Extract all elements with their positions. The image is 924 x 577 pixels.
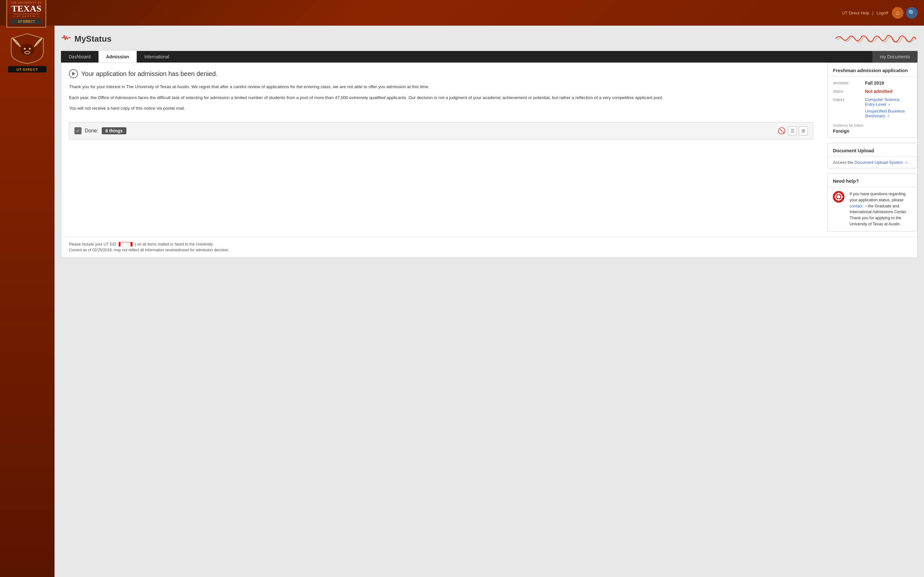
denial-section: Your application for admission has been …	[61, 63, 821, 122]
done-left: ✓ Done: 6 things	[74, 127, 126, 134]
need-help-body: If you have questions regarding your app…	[828, 187, 917, 231]
major1-link[interactable]: Computer Science, Entry-Level ↗	[865, 97, 912, 107]
help-text-before: If you have questions regarding your app…	[850, 192, 905, 202]
majors-label: majors	[833, 97, 865, 102]
lifesaver-svg	[834, 192, 843, 201]
document-upload-body: Access the Document Upload System ↗ .	[828, 157, 917, 168]
contact-external-link-icon: ↗	[864, 205, 867, 208]
ut-direct-help-link[interactable]: UT Direct Help	[842, 11, 869, 15]
scribble-svg	[834, 32, 918, 45]
sidebar: UT·DIRECT	[0, 26, 55, 577]
majors-row: majors Computer Science, Entry-Level ↗ U…	[833, 97, 912, 120]
no-icon[interactable]: 🚫	[777, 126, 786, 135]
status-row: status Not admitted	[833, 89, 912, 94]
mystatus-header: MyStatus	[61, 32, 918, 46]
bottom-info: Please include your UT EID ████ ) on all…	[61, 237, 917, 258]
document-upload-title: Document Upload	[828, 143, 917, 157]
done-action-icons: 🚫 ☰ ⊞	[777, 126, 808, 135]
need-help-title: Need help?	[828, 174, 917, 187]
doc-external-link-icon: ↗	[905, 161, 907, 164]
nav-separator: |	[872, 11, 873, 15]
tabs-bar: Dashboard Admission International my Doc…	[61, 51, 918, 63]
ut-logo-box: THE UNIVERSITY OF TEXAS — AT AUSTIN — UT…	[6, 0, 46, 27]
status-label: status	[833, 89, 865, 93]
svg-point-1	[24, 48, 26, 50]
main-wrapper: UT·DIRECT MyStatus	[0, 26, 924, 577]
main-panel: Your application for admission has been …	[61, 63, 918, 258]
done-check-icon: ✓	[74, 127, 81, 134]
semester-value: Fall 2019	[865, 81, 884, 85]
sidebar-logo: UT·DIRECT	[6, 29, 48, 76]
grid-view-icon[interactable]: ⊞	[799, 126, 808, 135]
done-section: ✓ Done: 6 things 🚫 ☰ ⊞	[69, 122, 813, 139]
done-badge: 6 things	[102, 127, 127, 134]
content-area: MyStatus Dashboard Admission Internation…	[55, 26, 924, 577]
status-value: Not admitted	[865, 89, 893, 94]
external-link-icon: ↗	[888, 103, 890, 106]
done-label: Done:	[85, 128, 99, 134]
semester-label: semester	[833, 81, 865, 85]
header: THE UNIVERSITY OF TEXAS — AT AUSTIN — UT…	[0, 0, 924, 26]
help-text-content: If you have questions regarding your app…	[850, 191, 912, 227]
utdirect-badge: UT·DIRECT	[11, 19, 42, 24]
freshman-card: Freshman admission application semester …	[827, 63, 917, 138]
eid-suffix: ) on all items mailed or faxed to the Un…	[135, 242, 213, 247]
logoff-link[interactable]: Logoff	[877, 11, 888, 15]
eid-redacted: ████	[119, 242, 132, 247]
pulse-svg	[61, 33, 71, 43]
utdirect-sidebar-label: UT·DIRECT	[16, 68, 38, 71]
residency-row: residency for tuition Foreign	[833, 123, 912, 134]
header-icons: ⌂ 🔍	[892, 7, 918, 19]
texas-text: TEXAS	[11, 4, 42, 13]
majors-values: Computer Science, Entry-Level ↗ Unspecif…	[865, 97, 912, 120]
tab-international[interactable]: International	[137, 51, 177, 63]
svg-point-5	[837, 195, 841, 199]
need-help-content: If you have questions regarding your app…	[833, 191, 912, 227]
two-column-layout: Your application for admission has been …	[61, 63, 917, 237]
current-as-of: Current as of 02/25/2019; may not reflec…	[69, 248, 909, 252]
header-right: UT Direct Help | Logoff ⌂ 🔍	[842, 7, 918, 19]
residency-value: Foreign	[833, 129, 912, 134]
freshman-card-title: Freshman admission application	[828, 63, 917, 77]
tab-my-documents[interactable]: my Documents	[872, 51, 918, 63]
logo-divider	[13, 14, 39, 14]
scribble-doodle	[834, 32, 918, 46]
residency-label: residency for tuition	[833, 123, 912, 127]
contact-link[interactable]: contact ↗	[850, 204, 868, 208]
denial-paragraph-3: You will not receive a hard copy of this…	[69, 105, 813, 112]
right-column: Freshman admission application semester …	[821, 63, 917, 237]
document-upload-period: .	[908, 160, 909, 165]
document-upload-card: Document Upload Access the Document Uplo…	[827, 143, 917, 168]
longhorn-svg-icon	[8, 32, 47, 64]
denial-paragraph-2: Each year, the Office of Admissions face…	[69, 94, 813, 101]
denial-paragraph-1: Thank you for your interest in The Unive…	[69, 83, 813, 90]
home-icon: ⌂	[896, 10, 900, 16]
search-icon: 🔍	[908, 9, 915, 16]
search-icon-button[interactable]: 🔍	[906, 7, 918, 19]
denial-title-text: Your application for admission has been …	[81, 70, 218, 77]
mystatus-pulse-icon	[61, 33, 71, 45]
semester-row: semester Fall 2019	[833, 81, 912, 85]
document-upload-text: Access the	[833, 160, 853, 165]
document-upload-system-link[interactable]: Document Upload System ↗	[855, 160, 908, 165]
need-help-card: Need help?	[827, 173, 917, 231]
home-icon-button[interactable]: ⌂	[892, 7, 903, 19]
eid-notice: Please include your UT EID ████ ) on all…	[69, 242, 909, 247]
mystatus-title-area: MyStatus	[61, 33, 111, 45]
help-icon-area	[833, 191, 846, 204]
at-austin-text: — AT AUSTIN —	[11, 15, 42, 18]
logo-area: THE UNIVERSITY OF TEXAS — AT AUSTIN — UT…	[6, 0, 46, 27]
freshman-card-body: semester Fall 2019 status Not admitted m…	[828, 77, 917, 137]
list-view-icon[interactable]: ☰	[788, 126, 797, 135]
major2-link[interactable]: Unspecified Business (freshman) ↗	[865, 109, 912, 118]
help-circle-icon	[833, 191, 845, 203]
left-column: Your application for admission has been …	[61, 63, 821, 237]
header-nav: UT Direct Help | Logoff	[842, 11, 888, 15]
play-button[interactable]	[69, 69, 78, 78]
tab-dashboard[interactable]: Dashboard	[61, 51, 99, 63]
denial-title: Your application for admission has been …	[69, 69, 813, 78]
external-link-icon-2: ↗	[887, 114, 889, 118]
tab-admission[interactable]: Admission	[99, 51, 137, 63]
eid-text: Please include your UT EID	[69, 242, 116, 247]
svg-point-2	[29, 48, 31, 50]
